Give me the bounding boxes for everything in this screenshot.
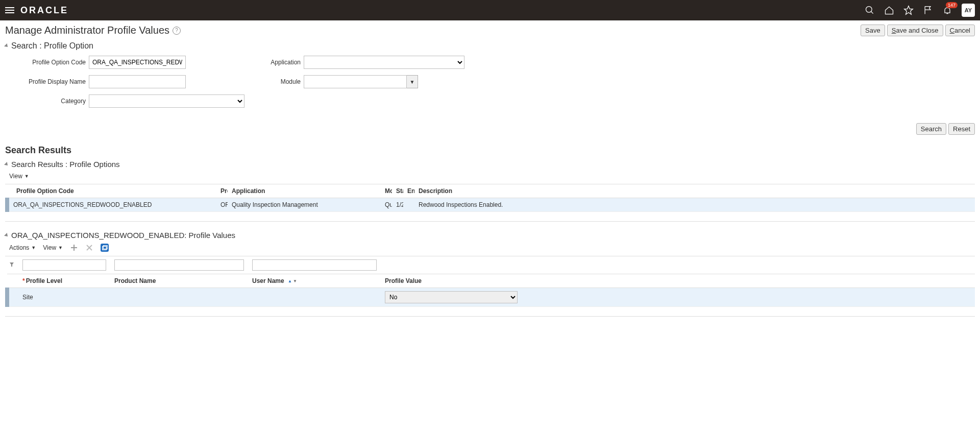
- col-application[interactable]: Application: [228, 184, 381, 198]
- table-row[interactable]: ORA_QA_INSPECTIONS_REDWOOD_ENABLED OR Qu…: [7, 198, 975, 212]
- input-module[interactable]: [304, 75, 407, 88]
- save-and-close-button[interactable]: Save and Close: [887, 25, 943, 36]
- col-end-date[interactable]: En Da: [403, 184, 414, 198]
- filter-product-name[interactable]: [114, 259, 244, 271]
- results-table-wrap: Profile Option Code Pro Dis Na Applicati…: [5, 184, 975, 212]
- global-header: ORACLE 147 AY: [0, 0, 980, 20]
- filter-spacer: [522, 256, 975, 274]
- search-button[interactable]: Search: [916, 123, 946, 135]
- oracle-logo: ORACLE: [20, 5, 68, 16]
- profile-values-table: *Profile Level Product Name User Name ▲▼…: [5, 256, 975, 307]
- collapse-arrow-icon: [4, 43, 9, 49]
- field-profile-display-name: Profile Display Name: [19, 75, 244, 88]
- cell-description: Redwood Inspections Enabled.: [414, 198, 975, 212]
- avatar[interactable]: AY: [962, 4, 975, 17]
- table-row[interactable]: Site NoYes: [7, 288, 975, 307]
- svg-point-0: [866, 7, 872, 13]
- cell-application: Quality Inspection Management: [228, 198, 381, 212]
- chevron-down-icon: ▼: [31, 245, 36, 250]
- toolbar-view-menu[interactable]: View ▼: [9, 173, 29, 180]
- bell-icon[interactable]: 147: [942, 5, 952, 15]
- col-user-name[interactable]: User Name ▲▼: [248, 274, 381, 288]
- col-profile-display-name[interactable]: Pro Dis Na: [216, 184, 228, 198]
- module-dropdown-button[interactable]: ▼: [407, 75, 418, 88]
- filter-profile-value-cell: [381, 256, 522, 274]
- reset-button[interactable]: Reset: [948, 123, 975, 135]
- field-module: Module ▼: [265, 75, 464, 88]
- cancel-button[interactable]: Cancel: [945, 25, 975, 36]
- search-section-header[interactable]: Search : Profile Option: [5, 41, 975, 51]
- results-table: Profile Option Code Pro Dis Na Applicati…: [5, 184, 975, 212]
- save-button[interactable]: Save: [861, 25, 885, 36]
- cell-user-name: [248, 288, 381, 307]
- col-product-name[interactable]: Product Name: [110, 274, 248, 288]
- field-category: Category: [19, 94, 244, 108]
- input-profile-option-code[interactable]: [89, 56, 186, 69]
- toolbar-view-label: View: [9, 173, 22, 180]
- select-profile-value[interactable]: NoYes: [385, 291, 518, 303]
- profile-values-table-wrap: *Profile Level Product Name User Name ▲▼…: [5, 256, 975, 307]
- toolbar-actions-label: Actions: [9, 244, 29, 251]
- search-icon[interactable]: [865, 5, 875, 15]
- separator: [5, 221, 975, 222]
- profile-values-toolbar: Actions ▼ View ▼: [9, 244, 975, 252]
- pv-filter-icon-cell: [7, 256, 18, 274]
- combo-module: ▼: [304, 75, 418, 88]
- page-header-row: Manage Administrator Profile Values ? Sa…: [5, 25, 975, 36]
- cell-profile-display-name: OR: [216, 198, 228, 212]
- filter-profile-level[interactable]: [22, 259, 106, 271]
- search-form: Profile Option Code Profile Display Name…: [19, 56, 975, 108]
- page-actions: Save Save and Close Cancel: [861, 25, 975, 36]
- cell-module: Qu: [381, 198, 392, 212]
- flag-icon[interactable]: [923, 5, 933, 15]
- toolbar-actions-menu[interactable]: Actions ▼: [9, 244, 36, 251]
- select-application[interactable]: [304, 56, 464, 69]
- header-right: 147 AY: [865, 4, 975, 17]
- home-icon[interactable]: [884, 5, 894, 15]
- pv-spacer: [522, 274, 975, 288]
- col-profile-level[interactable]: *Profile Level: [18, 274, 110, 288]
- cell-profile-value: NoYes: [381, 288, 522, 307]
- col-module[interactable]: Mo: [381, 184, 392, 198]
- col-profile-option-code[interactable]: Profile Option Code: [7, 184, 216, 198]
- add-row-icon[interactable]: [70, 244, 78, 252]
- label-module: Module: [265, 78, 301, 85]
- toolbar-view-label-pv: View: [43, 244, 56, 251]
- page-body: Manage Administrator Profile Values ? Sa…: [0, 20, 980, 330]
- cell-profile-level: Site: [18, 288, 110, 307]
- pv-row-marker: [7, 288, 18, 307]
- profile-values-panel-header[interactable]: ORA_QA_INSPECTIONS_REDWOOD_ENABLED: Prof…: [5, 231, 975, 240]
- cell-product-name: [110, 288, 248, 307]
- collapse-arrow-icon: [4, 162, 9, 167]
- col-start-date[interactable]: Sta Da: [392, 184, 403, 198]
- sort-icons[interactable]: ▲▼: [288, 279, 297, 283]
- filter-icon[interactable]: [9, 262, 14, 267]
- select-category[interactable]: [89, 94, 244, 108]
- filter-user-name[interactable]: [252, 259, 377, 271]
- pv-header-row: *Profile Level Product Name User Name ▲▼…: [7, 274, 975, 288]
- hamburger-menu-icon[interactable]: [5, 7, 14, 13]
- help-icon[interactable]: ?: [173, 27, 181, 35]
- detach-icon[interactable]: [101, 244, 109, 252]
- input-profile-display-name[interactable]: [89, 75, 186, 88]
- cell-end-date: [403, 198, 414, 212]
- header-left: ORACLE: [5, 5, 68, 16]
- delete-row-icon[interactable]: [85, 244, 93, 252]
- search-form-col-right: Application Module ▼: [265, 56, 464, 108]
- search-results-panel-title: Search Results : Profile Options: [11, 160, 120, 169]
- label-profile-display-name: Profile Display Name: [19, 78, 86, 85]
- search-results-panel-header[interactable]: Search Results : Profile Options: [5, 160, 975, 169]
- pv-req-col: [7, 274, 18, 288]
- col-profile-value[interactable]: Profile Value: [381, 274, 522, 288]
- search-section-title: Search : Profile Option: [11, 41, 93, 51]
- results-header-row: Profile Option Code Pro Dis Na Applicati…: [7, 184, 975, 198]
- star-icon[interactable]: [903, 5, 914, 15]
- label-application: Application: [265, 59, 301, 66]
- separator: [5, 316, 975, 317]
- cell-start-date: 1/2: [392, 198, 403, 212]
- toolbar-view-menu-pv[interactable]: View ▼: [43, 244, 63, 251]
- label-category: Category: [19, 98, 86, 105]
- col-description[interactable]: Description: [414, 184, 975, 198]
- pv-row-spacer: [522, 288, 975, 307]
- search-button-row: Search Reset: [5, 123, 975, 135]
